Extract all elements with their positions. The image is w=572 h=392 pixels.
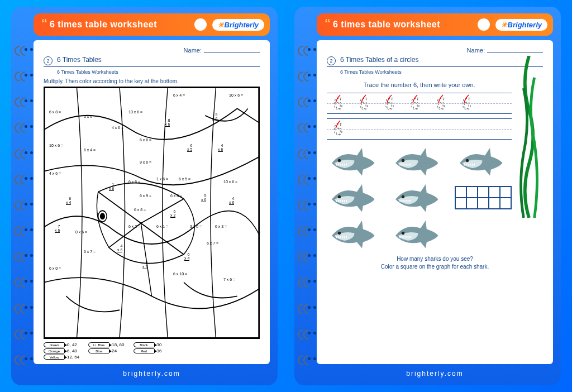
header-bar: “ 6 times table worksheet ✳Brighterly — [34, 13, 270, 36]
instruction-text: Multiply. Then color according to the ke… — [44, 78, 260, 84]
shark-icon — [327, 218, 384, 250]
spiral-binding — [298, 46, 314, 363]
seaweed-icon — [515, 56, 543, 218]
sharks-grid — [327, 145, 512, 250]
crayon-icon: Yellow — [44, 355, 65, 360]
coloring-puzzle[interactable]: 6 x 8 = 3 x 6 = 6 x 4 = 10 x 6 = 10 x 6 … — [44, 87, 260, 339]
worksheet-page-2: Name: 2 6 Times Tables of a circles 6 Ti… — [317, 40, 553, 364]
shark-icon — [327, 145, 384, 177]
header-dot — [194, 18, 207, 31]
svg-point-1 — [101, 213, 105, 219]
quote-icon: “ — [41, 20, 47, 26]
worksheet-subtitle: 6 Times Tables Worksheets — [57, 69, 260, 75]
name-field[interactable]: Name: — [327, 47, 543, 54]
header-title: 6 times table worksheet — [333, 20, 478, 30]
svg-point-13 — [402, 195, 404, 198]
ten-frame-grid[interactable] — [455, 186, 512, 209]
crayon-icon: Red — [134, 348, 155, 353]
name-field[interactable]: Name: — [44, 47, 260, 54]
brand-logo: ✳Brighterly — [212, 19, 264, 31]
svg-point-9 — [338, 159, 341, 162]
header-title: 6 times table worksheet — [50, 20, 194, 30]
page-badge: 2 — [327, 56, 336, 65]
shark-icon — [327, 181, 384, 213]
question-text: How many sharks do you see? Color a squa… — [327, 255, 543, 271]
brand-logo: ✳Brighterly — [495, 19, 547, 31]
spiral-binding — [15, 46, 31, 363]
color-key: Green0, 42 Orange6, 48 Yellow12, 54 Lt. … — [44, 342, 260, 360]
worksheet-cover-left: “ 6 times table worksheet ✳Brighterly Na… — [11, 7, 278, 385]
tracing-section[interactable]: Trace the number 6, then write your own.… — [327, 82, 512, 140]
crayon-icon: Green — [44, 342, 65, 347]
svg-point-14 — [338, 232, 341, 235]
worksheet-subtitle: 6 Times Tables Worksheets — [340, 69, 543, 75]
crayon-icon: Blue — [88, 348, 109, 353]
svg-point-12 — [338, 195, 341, 198]
worksheet-heading: 2 6 Times Tables of a circles — [327, 56, 543, 67]
header-dot — [478, 18, 490, 31]
crayon-icon: Lt. Blue — [88, 342, 109, 347]
footer-url: brighterly.com — [317, 364, 553, 379]
quote-icon: “ — [325, 20, 331, 26]
svg-point-11 — [465, 159, 468, 162]
crayon-icon: Black — [134, 342, 155, 347]
shark-icon — [390, 218, 447, 250]
shark-icon — [390, 145, 447, 177]
header-bar: “ 6 times table worksheet ✳Brighterly — [317, 13, 553, 36]
footer-url: brighterly.com — [34, 364, 270, 379]
worksheet-page-1: Name: 2 6 Times Tables 6 Times Tables Wo… — [34, 40, 270, 364]
crayon-icon: Orange — [44, 348, 65, 353]
worksheet-heading: 2 6 Times Tables — [44, 56, 260, 67]
shark-icon — [390, 181, 447, 213]
worksheet-cover-right: “ 6 times table worksheet ✳Brighterly Na… — [294, 7, 561, 385]
page-badge: 2 — [44, 56, 53, 65]
shark-icon — [455, 145, 512, 177]
svg-point-15 — [402, 232, 404, 235]
svg-point-10 — [402, 159, 404, 162]
